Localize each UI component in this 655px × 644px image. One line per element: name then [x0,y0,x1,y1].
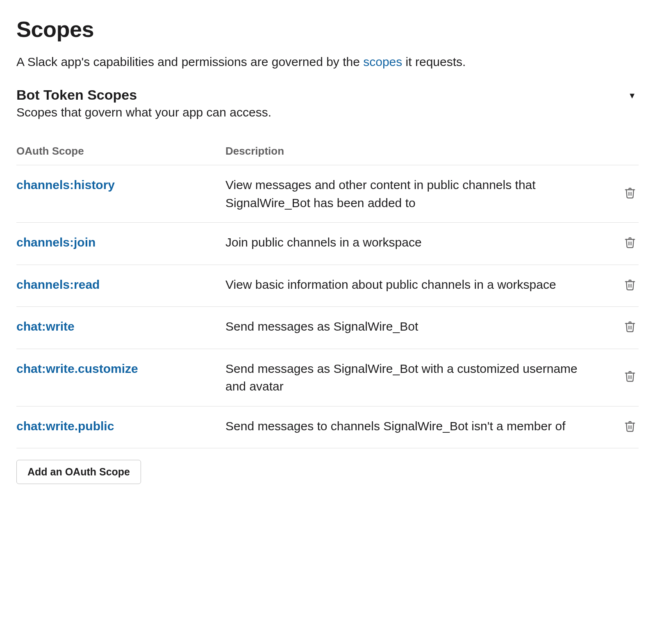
scope-link[interactable]: channels:history [16,178,115,192]
subtitle-pre: A Slack app's capabilities and permissio… [16,55,363,69]
scope-description-cell: View basic information about public chan… [225,265,602,307]
scope-link[interactable]: channels:read [16,278,100,291]
scope-link[interactable]: channels:join [16,235,96,249]
scope-description-cell: View messages and other content in publi… [225,165,602,223]
scopes-table: OAuth Scope Description channels:history… [16,139,639,448]
scope-action-cell [602,349,639,406]
table-row: channels:read View basic information abo… [16,265,639,307]
delete-scope-button[interactable] [621,367,639,385]
table-row: chat:write.customize Send messages as Si… [16,349,639,406]
scope-description-cell: Send messages as SignalWire_Bot [225,307,602,349]
section-description: Scopes that govern what your app can acc… [16,105,639,119]
trash-icon [624,186,636,199]
scope-action-cell [602,165,639,223]
add-oauth-scope-button[interactable]: Add an OAuth Scope [16,460,141,484]
trash-icon [624,420,636,433]
scope-description-cell: Join public channels in a workspace [225,223,602,265]
scope-description-cell: Send messages to channels SignalWire_Bot… [225,406,602,448]
column-header-scope: OAuth Scope [16,139,225,165]
scope-name-cell: channels:history [16,165,225,223]
column-header-description: Description [225,139,602,165]
scope-name-cell: chat:write [16,307,225,349]
scope-name-cell: chat:write.public [16,406,225,448]
trash-icon [624,278,636,291]
scope-link[interactable]: chat:write [16,320,75,333]
trash-icon [624,320,636,333]
trash-icon [624,370,636,383]
scope-name-cell: chat:write.customize [16,349,225,406]
section-title: Bot Token Scopes [16,87,137,103]
trash-icon [624,236,636,249]
scope-action-cell [602,307,639,349]
delete-scope-button[interactable] [621,233,639,251]
table-row: chat:write.public Send messages to chann… [16,406,639,448]
scope-name-cell: channels:join [16,223,225,265]
delete-scope-button[interactable] [621,184,639,202]
table-row: channels:join Join public channels in a … [16,223,639,265]
table-row: channels:history View messages and other… [16,165,639,223]
scope-action-cell [602,265,639,307]
table-row: chat:write Send messages as SignalWire_B… [16,307,639,349]
scope-description-cell: Send messages as SignalWire_Bot with a c… [225,349,602,406]
page-subtitle: A Slack app's capabilities and permissio… [16,53,639,71]
page-title: Scopes [16,16,639,42]
column-header-action [602,139,639,165]
subtitle-post: it requests. [402,55,466,69]
scope-name-cell: channels:read [16,265,225,307]
scope-link[interactable]: chat:write.customize [16,362,138,375]
delete-scope-button[interactable] [621,276,639,294]
scope-link[interactable]: chat:write.public [16,419,114,433]
delete-scope-button[interactable] [621,417,639,435]
delete-scope-button[interactable] [621,317,639,336]
collapse-caret-icon[interactable]: ▼ [628,87,639,100]
scopes-link[interactable]: scopes [363,55,402,69]
section-header-row: Bot Token Scopes ▼ [16,87,639,103]
scope-action-cell [602,406,639,448]
scope-action-cell [602,223,639,265]
